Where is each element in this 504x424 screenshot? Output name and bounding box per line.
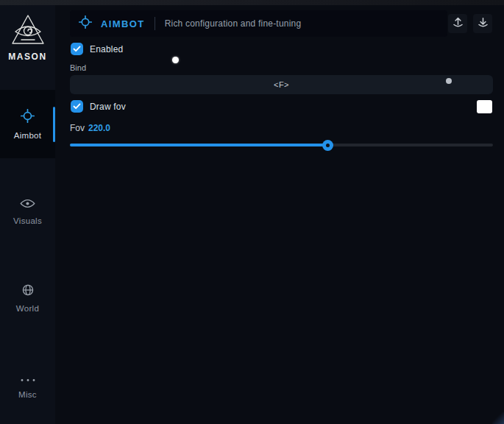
mouse-cursor-dot — [172, 57, 179, 63]
sidebar-item-aimbot[interactable]: Aimbot — [0, 90, 55, 158]
sidebar-item-label: Visuals — [13, 216, 42, 225]
brand-logo: MASON — [0, 13, 55, 62]
upload-config-button[interactable] — [448, 14, 467, 33]
enabled-checkbox-row[interactable]: Enabled — [71, 43, 123, 55]
ellipsis-icon — [20, 372, 36, 385]
sidebar-item-label: Aimbot — [14, 131, 42, 140]
mason-menu-window: MASON Aimbot Visuals — [0, 0, 504, 424]
page-title: AIMBOT — [101, 18, 145, 29]
sidebar-item-label: Misc — [18, 390, 37, 399]
fov-slider[interactable] — [70, 138, 493, 152]
draw-fov-checkbox-row[interactable]: Draw fov — [71, 100, 126, 113]
fov-label: Fov — [70, 123, 85, 133]
crosshair-icon — [21, 109, 35, 126]
eye-triangle-icon — [9, 13, 47, 49]
sidebar-item-visuals[interactable]: Visuals — [0, 186, 55, 237]
fov-label-row: Fov220.0 — [70, 123, 110, 133]
sidebar-item-misc[interactable]: Misc — [0, 359, 55, 411]
page-subtitle: Rich configuration and fine-tuning — [165, 18, 302, 29]
check-icon — [73, 46, 81, 52]
sidebar-item-world[interactable]: World — [0, 272, 55, 324]
bind-input[interactable]: <F> — [70, 75, 493, 94]
bind-label: Bind — [70, 63, 86, 72]
fov-color-swatch[interactable] — [477, 100, 492, 113]
globe-icon — [22, 284, 34, 299]
header-divider — [155, 17, 155, 30]
fov-value: 220.0 — [88, 123, 110, 133]
enabled-label: Enabled — [90, 44, 123, 54]
bind-value: <F> — [274, 80, 289, 89]
download-config-button[interactable] — [473, 14, 492, 33]
draw-fov-label: Draw fov — [90, 102, 126, 112]
draw-fov-checkbox[interactable] — [71, 100, 83, 113]
download-icon — [477, 16, 489, 32]
fov-slider-handle[interactable] — [322, 140, 333, 151]
sidebar-item-label: World — [16, 304, 39, 313]
window-top-edge — [0, 0, 504, 5]
enabled-checkbox[interactable] — [71, 43, 83, 55]
main-panel: AIMBOT Rich configuration and fine-tunin… — [55, 5, 504, 424]
corner-glow — [492, 412, 504, 424]
fov-slider-fill — [70, 144, 328, 146]
page-header: AIMBOT Rich configuration and fine-tunin… — [70, 10, 447, 37]
sidebar: MASON Aimbot Visuals — [0, 5, 55, 424]
check-icon — [73, 103, 81, 110]
upload-icon — [452, 16, 464, 32]
bind-field-dot — [446, 78, 452, 84]
brand-name: MASON — [8, 52, 47, 62]
crosshair-icon — [79, 15, 92, 32]
eye-icon — [20, 198, 35, 211]
